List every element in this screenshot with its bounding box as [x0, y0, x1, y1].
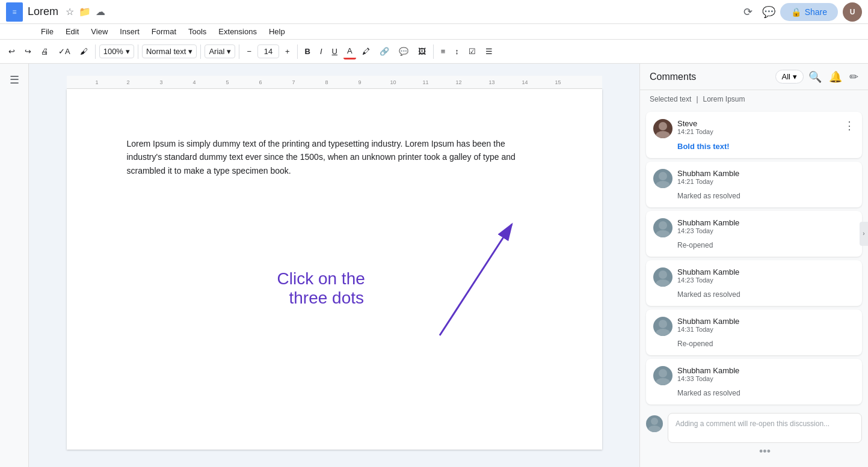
comment-author-name-2: Shubham Kamble	[677, 169, 855, 178]
image-button[interactable]: 🖼	[414, 44, 429, 58]
star-icon[interactable]: ☆	[66, 6, 74, 17]
menu-insert[interactable]: Insert	[115, 25, 144, 38]
comment-status-3: Re-opened	[677, 241, 855, 249]
selected-text-label: Selected text	[650, 95, 691, 103]
comment-status-2: Marked as resolved	[677, 192, 855, 200]
svg-point-13	[656, 378, 670, 385]
comment-meta-6: Shubham Kamble 14:33 Today	[677, 366, 855, 382]
filter-chevron: ▾	[793, 72, 797, 81]
svg-point-14	[651, 418, 658, 425]
italic-button[interactable]: I	[316, 44, 326, 58]
document-title[interactable]: Lorem	[28, 5, 58, 18]
reply-avatar	[646, 415, 663, 432]
bold-button[interactable]: B	[301, 44, 314, 58]
title-icon-group: ☆ 📁 ☁	[66, 6, 105, 17]
menubar: File Edit View Insert Format Tools Exten…	[0, 24, 868, 40]
avatar-shubham-3	[653, 218, 673, 237]
zoom-value: 100%	[103, 47, 123, 56]
comment-card-1: Steve 14:21 Today ⋮ Bold this text!	[646, 112, 862, 158]
comment-meta-1: Steve 14:21 Today	[677, 119, 839, 135]
style-select[interactable]: Normal text ▾	[142, 44, 197, 58]
link-button[interactable]: 🔗	[376, 44, 393, 58]
menu-tools[interactable]: Tools	[183, 25, 211, 38]
comment-header-icons: 🔍 🔔 ✏	[808, 70, 858, 84]
comments-title: Comments	[650, 72, 771, 82]
panel-collapse-button[interactable]: ›	[860, 222, 868, 246]
folder-icon[interactable]: 📁	[79, 6, 91, 17]
avatar-steve	[653, 119, 673, 138]
font-size-increase[interactable]: +	[282, 44, 294, 58]
line-spacing-button[interactable]: ↕	[451, 44, 463, 58]
document-body[interactable]: Lorem Ipsum is simply dummy text of the …	[127, 137, 542, 177]
undo-button[interactable]: ↩	[5, 44, 19, 58]
menu-extensions[interactable]: Extensions	[214, 25, 262, 38]
comment-author-name-3: Shubham Kamble	[677, 218, 855, 227]
highlight-button[interactable]: 🖍	[359, 44, 374, 58]
menu-view[interactable]: View	[86, 25, 112, 38]
spellcheck-button[interactable]: ✓A	[55, 44, 74, 58]
comment-input-row: Adding a comment will re-open this discu…	[640, 408, 868, 465]
search-icon[interactable]: 🔍	[808, 70, 822, 84]
google-docs-icon	[6, 2, 23, 22]
svg-point-8	[659, 270, 667, 279]
redo-button[interactable]: ↪	[21, 44, 35, 58]
chat-icon[interactable]: 💬	[762, 5, 775, 19]
comment-author-row-4: Shubham Kamble 14:23 Today	[653, 267, 855, 287]
share-label: Share	[805, 7, 827, 17]
svg-point-5	[656, 181, 670, 188]
menu-file[interactable]: File	[36, 25, 58, 38]
comment-card-3: Shubham Kamble 14:23 Today Re-opened	[646, 211, 862, 257]
history-icon[interactable]: ⟳	[743, 5, 753, 19]
annotation-line2: three dots	[289, 288, 365, 308]
comments-filter-button[interactable]: All ▾	[775, 70, 804, 84]
underline-button[interactable]: U	[328, 44, 341, 58]
comment-button[interactable]: 💬	[395, 44, 412, 58]
comment-author-name-4: Shubham Kamble	[677, 267, 855, 276]
comment-body-1: Bold this text!	[677, 142, 855, 151]
svg-point-4	[659, 172, 667, 180]
font-select[interactable]: Arial ▾	[205, 44, 235, 58]
annotation-line1: Click on the	[277, 269, 365, 288]
svg-point-15	[648, 426, 661, 432]
comment-author-row-5: Shubham Kamble 14:31 Today	[653, 317, 855, 336]
comment-input-field[interactable]: Adding a comment will re-open this discu…	[668, 413, 862, 443]
font-chevron: ▾	[227, 47, 231, 56]
list-button[interactable]: ☰	[482, 44, 496, 58]
selected-text-value: Lorem Ipsum	[703, 95, 745, 103]
comment-meta-3: Shubham Kamble 14:23 Today	[677, 218, 855, 234]
comment-author-row-1: Steve 14:21 Today ⋮	[653, 119, 855, 138]
checklist-button[interactable]: ☑	[465, 44, 479, 58]
divider-4	[239, 44, 239, 59]
document-area[interactable]: 1 2 3 4 5 6 7 8 9 10 11 12 13 14 15 Lore…	[29, 64, 639, 467]
bell-icon[interactable]: 🔔	[829, 70, 842, 84]
svg-point-11	[656, 329, 670, 336]
zoom-select[interactable]: 100% ▾	[99, 44, 134, 58]
svg-point-10	[659, 320, 667, 328]
cloud-icon[interactable]: ☁	[96, 6, 105, 17]
print-button[interactable]: 🖨	[37, 44, 52, 58]
style-chevron: ▾	[188, 47, 192, 56]
menu-format[interactable]: Format	[147, 25, 181, 38]
zoom-chevron: ▾	[126, 47, 130, 56]
add-comment-icon[interactable]: ✏	[849, 70, 858, 84]
share-button[interactable]: 🔒 Share	[780, 3, 838, 21]
font-size-input[interactable]: 14	[257, 44, 279, 58]
svg-line-0	[440, 224, 512, 335]
paint-format-button[interactable]: 🖌	[76, 44, 91, 58]
svg-point-12	[659, 369, 667, 377]
header-icons: ⟳ 💬	[743, 5, 775, 19]
menu-help[interactable]: Help	[264, 25, 290, 38]
document-page[interactable]: Lorem Ipsum is simply dummy text of the …	[67, 89, 602, 450]
font-color-button[interactable]: A	[343, 44, 356, 60]
user-avatar[interactable]: U	[843, 2, 862, 22]
comment-more-button-1[interactable]: ⋮	[844, 119, 855, 132]
divider-3	[200, 44, 201, 59]
selected-text-indicator: Selected text | Lorem Ipsum	[640, 90, 868, 108]
font-size-decrease[interactable]: −	[243, 44, 255, 58]
menu-edit[interactable]: Edit	[61, 25, 84, 38]
align-button[interactable]: ≡	[437, 44, 449, 58]
outline-icon[interactable]: ☰	[10, 73, 19, 87]
comment-meta-2: Shubham Kamble 14:21 Today	[677, 169, 855, 185]
avatar-shubham-6	[653, 366, 673, 385]
comments-panel: Comments All ▾ 🔍 🔔 ✏ Selected text | Lor…	[639, 64, 868, 467]
